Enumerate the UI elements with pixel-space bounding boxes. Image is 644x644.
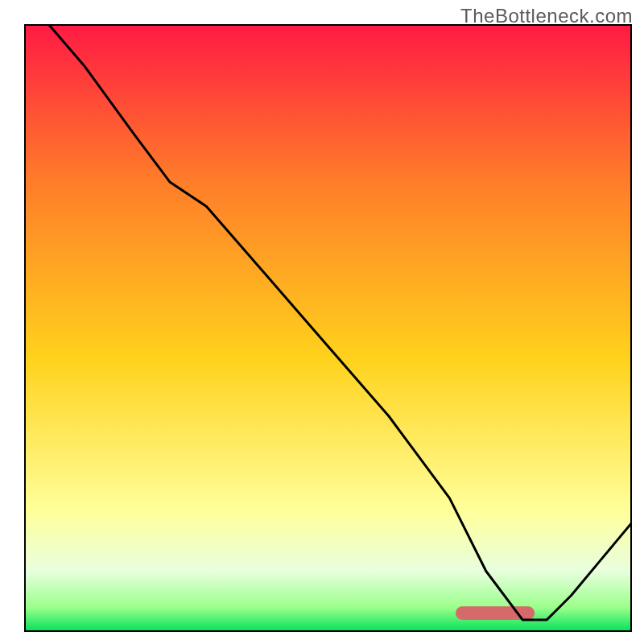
heat-gradient-background <box>24 24 632 632</box>
watermark-text: TheBottleneck.com <box>460 5 633 27</box>
highlight-bar <box>456 606 535 620</box>
bottleneck-chart: TheBottleneck.com <box>0 0 644 644</box>
plot-svg <box>24 24 632 632</box>
plot-area <box>24 24 632 632</box>
